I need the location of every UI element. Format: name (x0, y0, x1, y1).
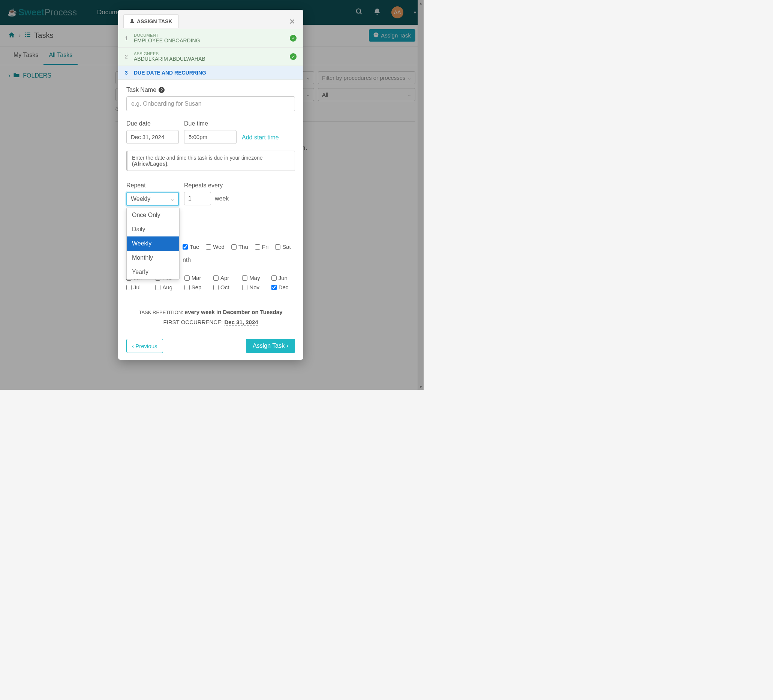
chevron-right-icon: › (286, 342, 288, 349)
month-jul[interactable]: Jul (126, 284, 150, 291)
step-2-num: 2 (125, 54, 134, 59)
help-icon[interactable]: ? (159, 87, 164, 93)
dropdown-monthly[interactable]: Monthly (127, 251, 179, 265)
month-may[interactable]: May (242, 275, 266, 281)
due-date-label: Due date (126, 120, 179, 127)
month-aug[interactable]: Aug (155, 284, 179, 291)
chevron-left-icon: ‹ (132, 343, 134, 349)
assign-task-button[interactable]: Assign Task › (246, 339, 295, 353)
task-name-label: Task Name ? (126, 87, 295, 93)
svg-point-11 (131, 19, 133, 21)
month-nov[interactable]: Nov (242, 284, 266, 291)
modal-title-text: ASSIGN TASK (137, 18, 173, 25)
month-dec[interactable]: Dec (271, 284, 295, 291)
step-3-value: DUE DATE AND RECURRING (134, 70, 296, 76)
user-icon (130, 18, 135, 25)
chevron-down-icon: ⌄ (171, 196, 174, 202)
month-jun[interactable]: Jun (271, 275, 295, 281)
step-1-label: DOCUMENT (134, 33, 290, 38)
day-fri[interactable]: Fri (255, 243, 269, 250)
month-oct[interactable]: Oct (213, 284, 237, 291)
due-time-input[interactable] (184, 130, 237, 144)
check-icon: ✓ (290, 35, 296, 42)
step-2-assignees[interactable]: 2 ASSIGNEES ABDULKARIM ABDULWAHAB ✓ (118, 48, 303, 66)
add-start-time-link[interactable]: Add start time (242, 134, 279, 141)
due-date-input[interactable] (126, 130, 179, 144)
step-1-value: EMPLOYEE ONBOARDING (134, 38, 290, 43)
step-1-document[interactable]: 1 DOCUMENT EMPLOYEE ONBOARDING ✓ (118, 29, 303, 48)
check-icon: ✓ (290, 53, 296, 60)
month-suffix: nth (183, 257, 295, 263)
month-mar[interactable]: Mar (184, 275, 208, 281)
repeats-every-input[interactable] (184, 192, 211, 205)
month-apr[interactable]: Apr (213, 275, 237, 281)
repeat-label: Repeat (126, 182, 179, 189)
due-time-label: Due time (184, 120, 237, 127)
repetition-summary: TASK REPETITION: every week in December … (126, 309, 295, 315)
day-thu[interactable]: Thu (231, 243, 248, 250)
dropdown-daily[interactable]: Daily (127, 222, 179, 237)
step-3-due-date[interactable]: 3 DUE DATE AND RECURRING (118, 66, 303, 80)
previous-button[interactable]: ‹ Previous (126, 339, 163, 353)
step-2-label: ASSIGNEES (134, 51, 290, 56)
timezone-note: Enter the date and time this task is due… (126, 151, 295, 171)
month-sep[interactable]: Sep (184, 284, 208, 291)
modal-title-tab: ASSIGN TASK (123, 14, 179, 28)
dropdown-weekly[interactable]: Weekly (127, 237, 179, 251)
close-icon[interactable]: × (286, 14, 298, 29)
step-3-num: 3 (125, 70, 134, 76)
step-2-value: ABDULKARIM ABDULWAHAB (134, 56, 290, 62)
task-name-input[interactable] (126, 96, 295, 111)
first-occurrence: FIRST OCCURRENCE: Dec 31, 2024 (126, 319, 295, 325)
dropdown-yearly[interactable]: Yearly (127, 265, 179, 279)
repeat-select[interactable]: Weekly ⌄ (126, 192, 179, 206)
assign-task-modal: ASSIGN TASK × 1 DOCUMENT EMPLOYEE ONBOAR… (118, 10, 303, 360)
day-wed[interactable]: Wed (206, 243, 225, 250)
day-sat[interactable]: Sat (275, 243, 291, 250)
repeat-select-value: Weekly (131, 196, 150, 202)
step-1-num: 1 (125, 35, 134, 41)
repeats-every-unit: week (215, 195, 229, 202)
dropdown-once-only[interactable]: Once Only (127, 208, 179, 222)
repeats-every-label: Repeats every (184, 182, 229, 189)
repeat-dropdown: Once Only Daily Weekly Monthly Yearly (126, 208, 179, 279)
day-tue[interactable]: Tue (183, 243, 199, 250)
